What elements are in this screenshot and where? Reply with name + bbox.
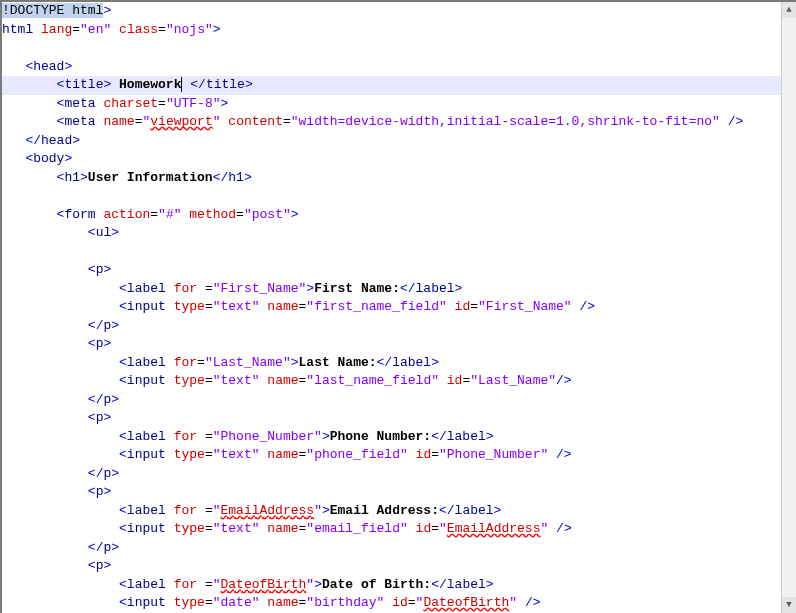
code-token: input xyxy=(127,595,166,610)
code-token: id xyxy=(416,521,432,536)
code-token xyxy=(2,447,119,462)
vertical-scrollbar[interactable]: ▲ ▼ xyxy=(781,2,796,613)
code-token: > xyxy=(103,3,111,18)
code-token: = xyxy=(205,447,213,462)
code-line[interactable]: <label for ="DateofBirth">Date of Birth:… xyxy=(2,576,796,595)
code-line[interactable]: <p> xyxy=(2,335,796,354)
code-line[interactable]: <p> xyxy=(2,261,796,280)
code-line[interactable]: <label for="Last_Name">Last Name:</label… xyxy=(2,354,796,373)
code-line[interactable]: </p> xyxy=(2,317,796,336)
code-token xyxy=(2,373,119,388)
code-token: < xyxy=(119,521,127,536)
code-token: /> xyxy=(579,299,595,314)
code-line[interactable] xyxy=(2,243,796,262)
code-line[interactable]: <input type="text" name="email_field" id… xyxy=(2,520,796,539)
code-token: for xyxy=(174,281,197,296)
code-token: h1 xyxy=(228,170,244,185)
code-line[interactable]: <p> xyxy=(2,483,796,502)
code-line[interactable]: <ul> xyxy=(2,224,796,243)
code-line[interactable] xyxy=(2,39,796,58)
code-token xyxy=(2,595,119,610)
code-token xyxy=(2,558,88,573)
code-token xyxy=(439,373,447,388)
code-token: Homework xyxy=(111,77,181,92)
code-token: > xyxy=(220,96,228,111)
code-token: " xyxy=(306,577,314,592)
code-line[interactable]: </p> xyxy=(2,465,796,484)
code-line[interactable]: </p> xyxy=(2,539,796,558)
code-token: > xyxy=(291,207,299,222)
code-token: id xyxy=(455,299,471,314)
code-token xyxy=(2,336,88,351)
code-line[interactable]: html lang="en" class="nojs"> xyxy=(2,21,796,40)
code-token xyxy=(2,299,119,314)
code-token: > xyxy=(431,355,439,370)
code-token: h1 xyxy=(64,170,80,185)
code-token xyxy=(2,151,25,166)
code-line[interactable]: <p> xyxy=(2,409,796,428)
code-token xyxy=(166,355,174,370)
code-token: label xyxy=(127,429,166,444)
code-token: type xyxy=(174,299,205,314)
code-token xyxy=(33,22,41,37)
code-token: name xyxy=(267,447,298,462)
code-line[interactable]: <body> xyxy=(2,150,796,169)
code-token: = xyxy=(205,373,213,388)
code-token: /> xyxy=(556,447,572,462)
code-token: = xyxy=(283,114,291,129)
scroll-down-icon[interactable]: ▼ xyxy=(782,597,796,613)
code-token xyxy=(2,429,119,444)
code-token: < xyxy=(88,262,96,277)
code-token: = xyxy=(72,22,80,37)
code-token: > xyxy=(455,281,463,296)
code-token: = xyxy=(197,429,213,444)
code-token xyxy=(2,114,57,129)
code-line[interactable]: </head> xyxy=(2,132,796,151)
code-line[interactable]: <label for ="EmailAddress">Email Address… xyxy=(2,502,796,521)
code-line[interactable]: <label for ="First_Name">First Name:</la… xyxy=(2,280,796,299)
scroll-up-icon[interactable]: ▲ xyxy=(782,2,796,18)
code-editor[interactable]: !DOCTYPE html>html lang="en" class="nojs… xyxy=(2,2,796,613)
code-line[interactable]: </p> xyxy=(2,391,796,410)
code-token: title xyxy=(206,77,245,92)
code-line[interactable]: <input type="date" name="birthday" id="D… xyxy=(2,594,796,613)
code-line[interactable]: <meta name="viewport" content="width=dev… xyxy=(2,113,796,132)
code-token: > xyxy=(111,225,119,240)
code-line[interactable]: !DOCTYPE html> xyxy=(2,2,796,21)
code-line[interactable]: <input type="text" name="phone_field" id… xyxy=(2,446,796,465)
code-line[interactable]: <p> xyxy=(2,557,796,576)
code-token: </ xyxy=(439,503,455,518)
code-token xyxy=(2,262,88,277)
code-line[interactable]: <meta charset="UTF-8"> xyxy=(2,95,796,114)
code-token: = xyxy=(236,207,244,222)
code-line[interactable]: <title> Homework </title> xyxy=(2,76,796,95)
code-token xyxy=(166,429,174,444)
code-token: meta xyxy=(64,96,95,111)
code-content[interactable]: !DOCTYPE html>html lang="en" class="nojs… xyxy=(2,2,796,613)
code-token: > xyxy=(72,133,80,148)
code-line[interactable]: <label for ="Phone_Number">Phone Number:… xyxy=(2,428,796,447)
code-token xyxy=(2,40,10,55)
code-token: method xyxy=(189,207,236,222)
code-line[interactable]: <form action="#" method="post"> xyxy=(2,206,796,225)
code-token: = xyxy=(205,595,213,610)
code-token: > xyxy=(244,170,252,185)
code-line[interactable] xyxy=(2,187,796,206)
code-token: "first_name_field" xyxy=(306,299,446,314)
code-token: for xyxy=(174,355,197,370)
code-token: < xyxy=(119,595,127,610)
code-token: > xyxy=(103,484,111,499)
code-line[interactable]: <input type="text" name="first_name_fiel… xyxy=(2,298,796,317)
code-token: name xyxy=(267,595,298,610)
code-token: for xyxy=(174,429,197,444)
code-token: </ xyxy=(431,577,447,592)
code-token: "First_Name" xyxy=(478,299,572,314)
code-token: </ xyxy=(190,77,206,92)
code-token: < xyxy=(119,281,127,296)
code-token: "UTF-8" xyxy=(166,96,221,111)
code-token: charset xyxy=(103,96,158,111)
code-token: " xyxy=(509,595,517,610)
code-line[interactable]: <input type="text" name="last_name_field… xyxy=(2,372,796,391)
code-line[interactable]: <h1>User Information</h1> xyxy=(2,169,796,188)
code-line[interactable]: <head> xyxy=(2,58,796,77)
